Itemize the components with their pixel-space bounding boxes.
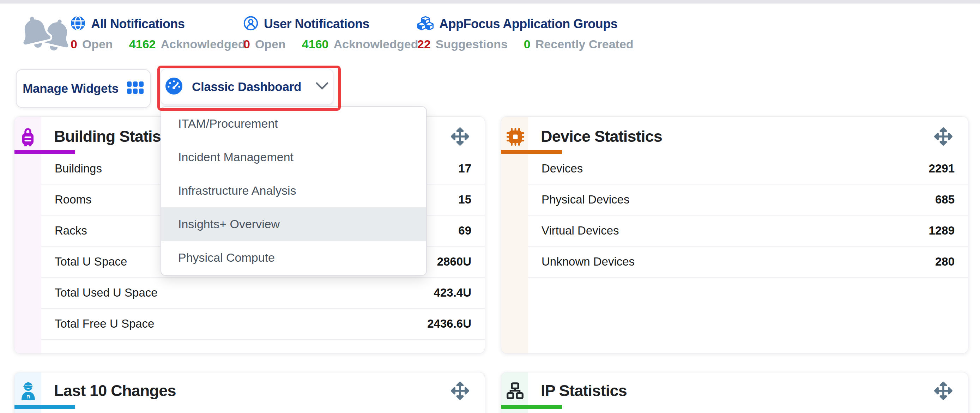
table-row: Devices2291: [528, 153, 968, 184]
globe-icon: [70, 16, 85, 32]
cubes-icon: [417, 15, 434, 33]
notif-group-counts: 22 Suggestions 0 Recently Created: [417, 37, 633, 51]
move-widget-handle[interactable]: [451, 127, 469, 146]
card-title: IP Statistics: [541, 381, 627, 400]
dropdown-item-incident-management[interactable]: Incident Management: [161, 140, 426, 174]
acknowledged-count: 4162: [129, 37, 156, 51]
move-widget-handle[interactable]: [451, 381, 469, 400]
notif-group-counts: 0 Open 4162 Acknowledged: [70, 37, 245, 51]
widgets-grid-icon: [127, 81, 144, 95]
widget-card-device-statistics: Device Statistics Devices2291 Physical D…: [501, 116, 968, 353]
table-row: Virtual Devices1289: [528, 216, 968, 246]
notif-group-title: User Notifications: [264, 17, 369, 32]
window-top-strip: [0, 0, 980, 3]
dropdown-item-itam-procurement[interactable]: ITAM/Procurement: [161, 107, 426, 140]
open-count: 0: [243, 37, 250, 51]
card-title: Device Statistics: [541, 127, 662, 146]
user-change-icon: [20, 381, 36, 401]
building-suitcase-icon: [20, 128, 36, 148]
card-accent-underline: [14, 405, 75, 409]
notif-group-user-notifications[interactable]: User Notifications 0 Open 4160 Acknowled…: [243, 15, 418, 51]
card-accent-underline: [501, 405, 562, 409]
dashboard-dropdown-menu: ITAM/Procurement Incident Management Inf…: [161, 106, 427, 276]
notif-group-appfocus[interactable]: AppFocus Application Groups 22 Suggestio…: [417, 15, 633, 51]
user-circle-icon: [243, 16, 258, 32]
acknowledged-count: 4160: [302, 37, 329, 51]
move-widget-handle[interactable]: [934, 381, 953, 400]
cpu-chip-icon: [507, 128, 524, 147]
table-row: Total Used U Space423.4U: [41, 278, 485, 308]
widget-card-last-10-changes: Last 10 Changes: [14, 372, 485, 413]
dashboard-gauge-icon: [165, 77, 183, 96]
manage-widgets-button[interactable]: Manage Widgets: [16, 69, 151, 108]
open-count: 0: [70, 37, 77, 51]
table-row: Physical Devices685: [528, 184, 968, 216]
recently-created-count: 0: [524, 37, 531, 51]
dropdown-item-infrastructure-analysis[interactable]: Infrastructure Analysis: [161, 174, 426, 207]
dashboard-selector-button[interactable]: Classic Dashboard: [160, 68, 334, 105]
card-title: Last 10 Changes: [54, 381, 176, 400]
dropdown-item-insights-overview[interactable]: Insights+ Overview: [161, 207, 426, 241]
chevron-down-icon: [315, 82, 329, 92]
dropdown-item-physical-compute[interactable]: Physical Compute: [161, 241, 426, 275]
notif-group-title: All Notifications: [91, 17, 185, 32]
notif-group-title: AppFocus Application Groups: [439, 17, 617, 32]
sitemap-network-icon: [507, 382, 523, 401]
widget-card-ip-statistics: IP Statistics: [501, 372, 968, 413]
notif-group-counts: 0 Open 4160 Acknowledged: [243, 37, 418, 51]
table-row: Total Free U Space2436.6U: [41, 308, 485, 340]
table-row: Unknown Devices280: [528, 246, 968, 278]
notif-group-all-notifications[interactable]: All Notifications 0 Open 4162 Acknowledg…: [70, 15, 245, 51]
move-widget-handle[interactable]: [934, 127, 953, 146]
dashboard-screen: All Notifications 0 Open 4162 Acknowledg…: [0, 0, 980, 413]
notifications-bell-icon: [20, 16, 73, 54]
suggestions-count: 22: [417, 37, 431, 51]
